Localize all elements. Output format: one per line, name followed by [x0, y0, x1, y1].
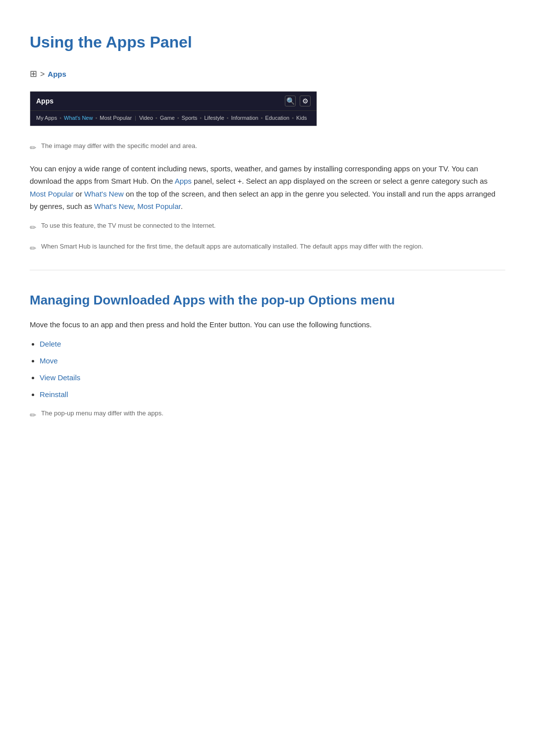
nav-most-popular[interactable]: Most Popular — [100, 114, 132, 123]
screenshot-container: Apps 🔍 ⚙ My Apps • What's New • Most Pop… — [30, 91, 505, 126]
note-popup: ✏ The pop-up menu may differ with the ap… — [30, 408, 505, 422]
nav-video[interactable]: Video — [139, 114, 153, 123]
body-paragraph-1: You can enjoy a wide range of content in… — [30, 162, 505, 213]
move-label: Move — [40, 356, 58, 365]
page-title: Using the Apps Panel — [30, 30, 505, 55]
apps-panel-title: Apps — [36, 96, 54, 106]
section2-intro: Move the focus to an app and then press … — [30, 318, 505, 331]
nav-sports[interactable]: Sports — [182, 114, 198, 123]
apps-link[interactable]: Apps — [175, 177, 192, 185]
body-text-2: panel, select +. Select an app displayed… — [192, 177, 487, 185]
list-item-delete: Delete — [40, 338, 505, 350]
nav-education[interactable]: Education — [265, 114, 289, 123]
most-popular-link[interactable]: Most Popular — [30, 190, 73, 198]
nav-game[interactable]: Game — [160, 114, 175, 123]
options-list: Delete Move View Details Reinstall — [40, 338, 505, 401]
pencil-icon-2: ✏ — [30, 221, 36, 234]
apps-panel-nav: My Apps • What's New • Most Popular | Vi… — [30, 110, 317, 126]
nav-lifestyle[interactable]: Lifestyle — [204, 114, 224, 123]
breadcrumb: ⊞ > Apps — [30, 67, 505, 81]
pencil-icon-3: ✏ — [30, 242, 36, 255]
note-popup-text: The pop-up menu may differ with the apps… — [41, 408, 163, 418]
pencil-icon-4: ✏ — [30, 409, 36, 422]
note-internet-text: To use this feature, the TV must be conn… — [41, 221, 215, 231]
note-internet: ✏ To use this feature, the TV must be co… — [30, 221, 505, 234]
apps-panel-screenshot: Apps 🔍 ⚙ My Apps • What's New • Most Pop… — [30, 91, 317, 126]
list-item-move: Move — [40, 355, 505, 367]
settings-icon[interactable]: ⚙ — [300, 96, 311, 106]
note-image-differ-text: The image may differ with the specific m… — [41, 141, 197, 151]
note-smarthub: ✏ When Smart Hub is launched for the fir… — [30, 242, 505, 255]
breadcrumb-apps-link[interactable]: Apps — [48, 68, 66, 80]
most-popular-link-2[interactable]: Most Popular — [137, 202, 181, 210]
nav-information[interactable]: Information — [231, 114, 258, 123]
nav-my-apps[interactable]: My Apps — [36, 114, 57, 123]
pencil-icon: ✏ — [30, 142, 36, 154]
reinstall-label: Reinstall — [40, 390, 68, 399]
delete-label: Delete — [40, 340, 61, 348]
note-smarthub-text: When Smart Hub is launched for the first… — [41, 242, 423, 252]
apps-panel-header: Apps 🔍 ⚙ — [30, 92, 317, 110]
body-text-5: , — [133, 202, 137, 210]
breadcrumb-separator: > — [40, 68, 45, 81]
section2-title: Managing Downloaded Apps with the pop-up… — [30, 290, 505, 311]
nav-whats-new[interactable]: What's New — [64, 114, 93, 123]
nav-kids[interactable]: Kids — [296, 114, 307, 123]
list-item-reinstall: Reinstall — [40, 389, 505, 401]
note-image-differ: ✏ The image may differ with the specific… — [30, 141, 505, 154]
whats-new-link-2[interactable]: What's New — [94, 202, 133, 210]
search-icon[interactable]: 🔍 — [285, 96, 296, 106]
whats-new-link[interactable]: What's New — [84, 190, 124, 198]
body-text-6: . — [181, 202, 183, 210]
home-icon: ⊞ — [30, 67, 37, 81]
view-details-label: View Details — [40, 373, 80, 382]
apps-panel-icons: 🔍 ⚙ — [285, 96, 311, 106]
list-item-view-details: View Details — [40, 372, 505, 384]
section-divider — [30, 270, 505, 270]
body-text-3: or — [73, 190, 84, 198]
